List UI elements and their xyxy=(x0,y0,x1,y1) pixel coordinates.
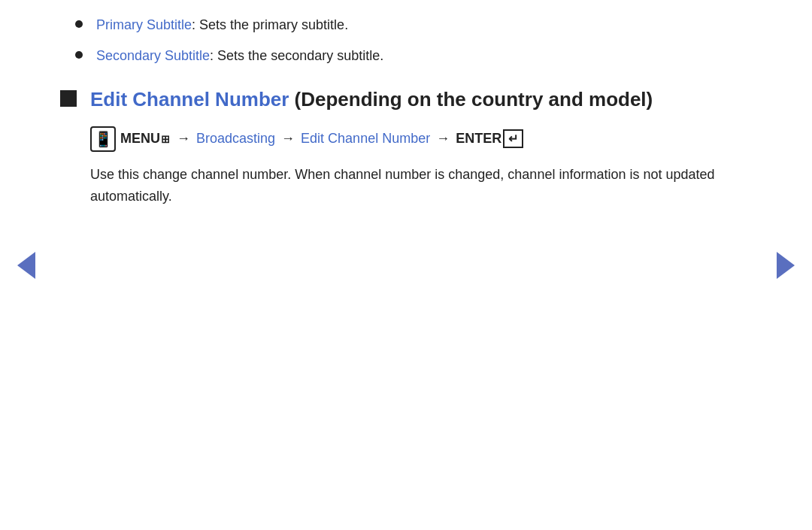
section-marker xyxy=(60,90,77,107)
left-arrow-icon xyxy=(17,252,35,279)
section-title-link: Edit Channel Number xyxy=(90,88,289,111)
arrow-3: → xyxy=(436,131,450,147)
arrow-2: → xyxy=(281,131,295,147)
primary-subtitle-link: Primary Subtitle xyxy=(96,17,192,32)
section-header: Edit Channel Number (Depending on the co… xyxy=(60,87,752,113)
enter-box: ↵ xyxy=(503,129,523,148)
section-title-suffix: (Depending on the country and model) xyxy=(289,88,653,111)
primary-subtitle-text: Primary Subtitle: Sets the primary subti… xyxy=(96,15,348,35)
arrow-1: → xyxy=(177,131,190,147)
enter-button-label: ENTER↵ xyxy=(456,129,523,148)
finger-icon: 📱 xyxy=(94,132,113,147)
section-title: Edit Channel Number (Depending on the co… xyxy=(90,87,653,113)
grid-icon: ⊞ xyxy=(161,133,170,145)
secondary-subtitle-text: Secondary Subtitle: Sets the secondary s… xyxy=(96,46,383,66)
right-arrow-icon xyxy=(777,252,795,279)
bullet-dot-2 xyxy=(75,51,83,59)
description-text: Use this change channel number. When cha… xyxy=(90,164,737,207)
main-content: Primary Subtitle: Sets the primary subti… xyxy=(0,0,812,222)
bullet-list: Primary Subtitle: Sets the primary subti… xyxy=(60,15,752,66)
list-item-secondary-subtitle: Secondary Subtitle: Sets the secondary s… xyxy=(75,46,752,66)
list-item-primary-subtitle: Primary Subtitle: Sets the primary subti… xyxy=(75,15,752,35)
menu-label: MENU xyxy=(120,131,160,147)
prev-nav-button[interactable] xyxy=(15,250,38,280)
broadcasting-link: Broadcasting xyxy=(196,131,275,147)
bullet-dot xyxy=(75,20,83,28)
edit-channel-number-link: Edit Channel Number xyxy=(301,131,430,147)
nav-path: 📱 MENU ⊞ → Broadcasting → Edit Channel N… xyxy=(90,126,752,152)
next-nav-button[interactable] xyxy=(774,250,797,280)
secondary-subtitle-link: Secondary Subtitle xyxy=(96,48,210,63)
menu-icon: 📱 xyxy=(90,126,116,152)
